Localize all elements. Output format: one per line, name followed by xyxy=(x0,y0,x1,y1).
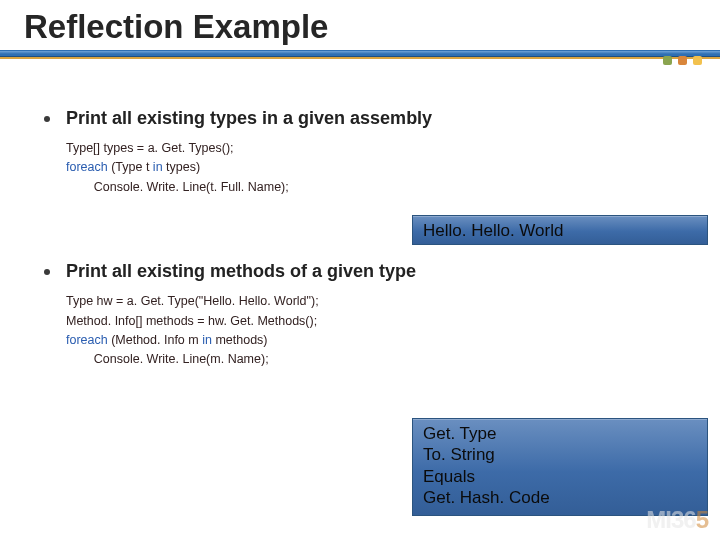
code-line: Type hw = a. Get. Type("Hello. Hello. Wo… xyxy=(66,294,319,308)
output-box-methods: Get. Type To. String Equals Get. Hash. C… xyxy=(412,418,708,516)
divider-blue xyxy=(0,50,720,57)
bullet-heading: Print all existing methods of a given ty… xyxy=(66,261,686,282)
output-line: Get. Hash. Code xyxy=(423,487,697,508)
code-line: Type[] types = a. Get. Types(); xyxy=(66,141,234,155)
code-frag: (Method. Info m xyxy=(111,333,202,347)
bullet-icon xyxy=(44,116,50,122)
code-kw-in: in xyxy=(202,333,215,347)
code-block: Type[] types = a. Get. Types(); foreach … xyxy=(66,139,686,197)
output-box-types: Hello. Hello. World xyxy=(412,215,708,245)
bullet-methods: Print all existing methods of a given ty… xyxy=(66,261,686,370)
output-line: Hello. Hello. World xyxy=(423,220,697,241)
title-divider xyxy=(24,50,696,58)
code-kw-foreach: foreach xyxy=(66,333,111,347)
code-kw-foreach: foreach xyxy=(66,160,111,174)
code-line: Method. Info[] methods = hw. Get. Method… xyxy=(66,314,317,328)
page-title: Reflection Example xyxy=(24,8,696,46)
dot-icon xyxy=(678,56,687,65)
code-kw-in: in xyxy=(153,160,166,174)
watermark-logo: MI365 xyxy=(646,506,708,534)
output-line: Get. Type xyxy=(423,423,697,444)
bullet-heading: Print all existing types in a given asse… xyxy=(66,108,686,129)
slide: Reflection Example Print all existing ty… xyxy=(0,0,720,540)
code-frag: methods) xyxy=(215,333,267,347)
code-frag: types) xyxy=(166,160,200,174)
bullet-types: Print all existing types in a given asse… xyxy=(66,108,686,197)
logo-text: MI36 xyxy=(646,506,695,533)
decorative-dots xyxy=(663,56,702,65)
code-line: Console. Write. Line(t. Full. Name); xyxy=(66,180,289,194)
dot-icon xyxy=(693,56,702,65)
divider-gold xyxy=(0,57,720,59)
dot-icon xyxy=(663,56,672,65)
logo-accent: 5 xyxy=(696,506,708,533)
code-line: Console. Write. Line(m. Name); xyxy=(66,352,269,366)
output-line: Equals xyxy=(423,466,697,487)
bullet-icon xyxy=(44,269,50,275)
code-block: Type hw = a. Get. Type("Hello. Hello. Wo… xyxy=(66,292,686,370)
code-frag: (Type t xyxy=(111,160,153,174)
output-line: To. String xyxy=(423,444,697,465)
